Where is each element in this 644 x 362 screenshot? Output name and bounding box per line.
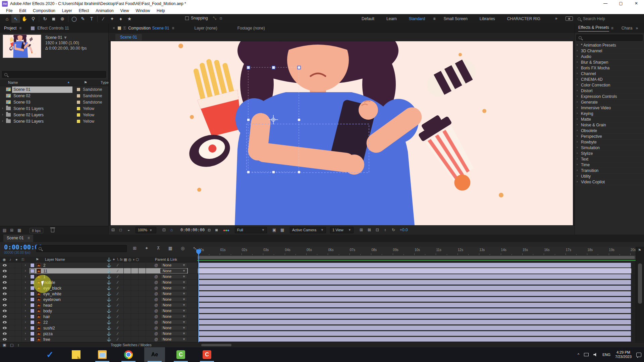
- layer-duration-bar-eye-black[interactable]: [197, 285, 636, 291]
- layer-name[interactable]: 22: [43, 320, 48, 325]
- quality-slash-icon[interactable]: ∕: [117, 303, 118, 307]
- effects-category-obsolete[interactable]: ›Obsolete: [575, 128, 644, 134]
- volume-tray-icon[interactable]: [593, 353, 598, 357]
- effects-category-transition[interactable]: ›Transition: [575, 168, 644, 174]
- video-visibility-icon[interactable]: [3, 293, 7, 295]
- project-item-scene-03[interactable]: Scene 03Sandstone: [0, 99, 108, 106]
- effects-category-3d-channel[interactable]: ›3D Channel: [575, 48, 644, 54]
- duration-bar[interactable]: [198, 263, 631, 267]
- project-item-scene-02-layers[interactable]: ›Scene 02 LayersYellow: [0, 112, 108, 118]
- label-name[interactable]: Sandstone: [83, 87, 102, 92]
- effects-category-generate[interactable]: ›Generate: [575, 100, 644, 105]
- motion-blur-icon[interactable]: ◎: [181, 246, 184, 251]
- layer-color-chip[interactable]: [30, 326, 35, 330]
- parent-dropdown[interactable]: None▼: [160, 263, 187, 267]
- video-visibility-icon[interactable]: [3, 298, 7, 301]
- expand-arrow-icon[interactable]: ›: [577, 157, 578, 161]
- layer-row-mobile[interactable]: ›Aimobile⚓∕@None▼: [0, 280, 197, 285]
- workspace-overflow-icon[interactable]: »: [555, 16, 557, 21]
- duration-bar[interactable]: [198, 325, 631, 330]
- taskbar-explorer-app[interactable]: [92, 347, 113, 362]
- parent-dropdown[interactable]: None▼: [160, 268, 187, 273]
- quality-icon[interactable]: ⚓: [107, 275, 111, 279]
- parent-dropdown[interactable]: None▼: [160, 325, 187, 330]
- layer-name[interactable]: pizza: [43, 331, 53, 336]
- tab-project[interactable]: Project: [4, 26, 16, 31]
- parent-dropdown[interactable]: None▼: [160, 320, 187, 324]
- expand-transfer-controls-icon[interactable]: ▢: [10, 343, 13, 347]
- expand-arrow-icon[interactable]: ›: [577, 128, 578, 132]
- workspace-learn[interactable]: Learn: [380, 16, 403, 21]
- layer-color-chip[interactable]: [30, 337, 35, 342]
- duration-bar[interactable]: [198, 320, 631, 324]
- layer-color-chip[interactable]: [30, 292, 35, 296]
- parent-dropdown[interactable]: None▼: [160, 280, 187, 285]
- label-color-chip[interactable]: [76, 107, 80, 111]
- taskbar-start-button[interactable]: [13, 347, 34, 362]
- quality-slash-icon[interactable]: ∕: [117, 309, 118, 313]
- quality-slash-icon[interactable]: ∕: [117, 286, 118, 290]
- quality-icon[interactable]: ⚓: [107, 303, 111, 307]
- column-type[interactable]: Type: [101, 80, 109, 84]
- duration-bar[interactable]: [198, 268, 631, 273]
- layer-name[interactable]: 2: [43, 263, 46, 268]
- project-item-scene-01[interactable]: Scene 01Sandstone: [0, 86, 108, 93]
- quality-icon[interactable]: ⚓: [107, 309, 111, 313]
- audio-column-icon[interactable]: ♪: [9, 257, 11, 261]
- sort-ascending-icon[interactable]: ▲: [67, 80, 70, 84]
- layer-name[interactable]: 11: [43, 269, 47, 274]
- parent-pickwhip-icon[interactable]: @: [154, 337, 158, 341]
- view-layout-icon[interactable]: ◒: [127, 228, 130, 232]
- quality-icon[interactable]: ⚓: [107, 326, 111, 330]
- brush-tool-icon[interactable]: ∕: [99, 15, 108, 23]
- label-column-icon[interactable]: ⚑: [84, 80, 87, 85]
- duration-bar[interactable]: [198, 308, 631, 313]
- effects-category-utility[interactable]: ›Utility: [575, 174, 644, 179]
- expand-arrow-icon[interactable]: ›: [25, 297, 26, 301]
- parent-dropdown[interactable]: None▼: [160, 286, 187, 290]
- parent-dropdown[interactable]: None▼: [160, 308, 187, 313]
- layer-row-body[interactable]: ›Aibody⚓∕@None▼: [0, 308, 197, 314]
- layer-color-chip[interactable]: [30, 303, 35, 307]
- show-snapshot-icon[interactable]: ◙: [215, 228, 218, 232]
- layer-row-pizza[interactable]: ›Aipizza⚓∕@None▼: [0, 331, 197, 337]
- duration-bar[interactable]: [198, 331, 631, 336]
- taskbar-after-effects-app[interactable]: Ae: [144, 347, 165, 362]
- taskbar-recorder-app[interactable]: C: [197, 347, 217, 362]
- duration-bar[interactable]: [198, 274, 631, 279]
- layer-row-eye-white[interactable]: ›Aieye_white⚓∕@None▼: [0, 291, 197, 297]
- video-visibility-icon[interactable]: [3, 304, 7, 306]
- timeline-track-area[interactable]: 00s01s02s03s04s05s06s07s08s09s10s11s12s1…: [197, 247, 636, 347]
- viewer-comp-tab[interactable]: Scene 01: [115, 34, 142, 41]
- expand-arrow-icon[interactable]: ›: [577, 151, 578, 155]
- taskbar-todo-app[interactable]: ✓: [40, 347, 60, 362]
- menu-layer[interactable]: Layer: [59, 8, 75, 13]
- video-visibility-icon[interactable]: [3, 327, 7, 329]
- parent-dropdown[interactable]: None▼: [160, 274, 187, 279]
- pan-behind-tool-icon[interactable]: ⊕: [58, 15, 67, 23]
- quality-slash-icon[interactable]: ∕: [117, 326, 118, 330]
- expand-arrow-icon[interactable]: ›: [25, 309, 26, 312]
- effects-category-video-copilot[interactable]: ›Video Copilot: [575, 179, 644, 185]
- layer-color-chip[interactable]: [30, 320, 35, 324]
- expand-arrow-icon[interactable]: ›: [577, 140, 578, 143]
- timeline-icon[interactable]: ⊡: [376, 228, 379, 232]
- menu-effect[interactable]: Effect: [75, 8, 92, 13]
- label-name[interactable]: Yellow: [83, 119, 94, 124]
- fast-preview-icon[interactable]: ⊠: [368, 228, 371, 232]
- label-color-chip[interactable]: [76, 100, 80, 104]
- video-visibility-icon[interactable]: [3, 321, 7, 323]
- layer-row-22[interactable]: ›Ai22⚓∕@None▼: [0, 319, 197, 325]
- layer-row-eyebrown[interactable]: ›Aieyebrown⚓∕@None▼: [0, 297, 197, 302]
- parent-pickwhip-icon[interactable]: @: [154, 314, 158, 318]
- exposure-value[interactable]: +0.0: [400, 228, 408, 232]
- layer-name[interactable]: hair: [43, 314, 50, 319]
- comp-marker-icon[interactable]: ⚑: [638, 248, 641, 252]
- video-visibility-icon[interactable]: [3, 333, 7, 335]
- quality-slash-icon[interactable]: ∕: [117, 280, 118, 284]
- layer-row-11[interactable]: ›Ai11⚓∕@None▼: [0, 268, 197, 274]
- workspace-standard[interactable]: Standard: [403, 16, 431, 21]
- menu-edit[interactable]: Edit: [16, 8, 30, 13]
- effects-category-rowbyte[interactable]: ›Rowbyte: [575, 139, 644, 145]
- tab-character-truncated[interactable]: Chara: [622, 26, 633, 31]
